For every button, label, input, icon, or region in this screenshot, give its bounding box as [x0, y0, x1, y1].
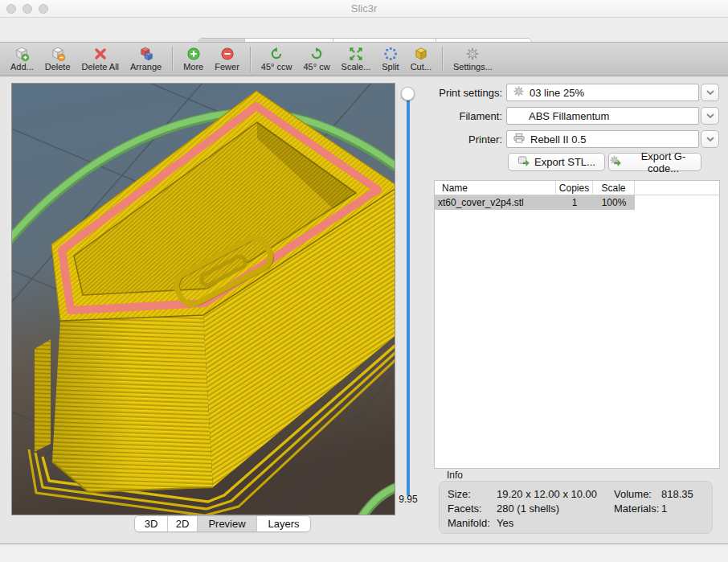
- volume-value: 818.35: [661, 488, 693, 500]
- settings-label: Settings...: [453, 62, 493, 72]
- add-button[interactable]: Add...: [5, 45, 39, 73]
- split-label: Split: [382, 62, 399, 72]
- split-button[interactable]: Split: [376, 45, 404, 73]
- view-mode-tabs: 3D 2D Preview Layers: [134, 515, 311, 532]
- printer-label: Printer:: [402, 133, 502, 146]
- objects-table[interactable]: Name Copies Scale xt60_cover_v2p4.stl 1 …: [434, 180, 720, 469]
- chevron-down-icon: [706, 137, 714, 142]
- statusbar: [0, 544, 728, 562]
- layer-slider-value: 9.95: [391, 494, 426, 505]
- rotate-ccw-button[interactable]: 45° ccw: [256, 45, 298, 73]
- view-tab-preview[interactable]: Preview: [197, 516, 256, 531]
- print-settings-label: Print settings:: [402, 87, 502, 99]
- settings-button[interactable]: Settings...: [448, 45, 498, 73]
- objects-table-header: Name Copies Scale: [435, 181, 719, 195]
- plater-3d-viewport[interactable]: [11, 83, 395, 515]
- printer-icon: [513, 132, 526, 146]
- more-label: More: [183, 62, 203, 72]
- cut-box-icon: [414, 47, 428, 61]
- printer-dropdown-button[interactable]: [701, 130, 719, 148]
- print-settings-value: 03 line 25%: [530, 87, 584, 99]
- delete-box-icon: [51, 47, 65, 61]
- main-tabstrip: Plater Print Settings Filament Settings …: [0, 18, 728, 42]
- facets-label: Facets:: [448, 503, 482, 515]
- view-tab-layers[interactable]: Layers: [256, 516, 310, 531]
- gcode-preview-render: [12, 84, 395, 515]
- fewer-minus-icon: [220, 47, 235, 61]
- volume-label: Volume:: [614, 488, 652, 500]
- delete-all-button[interactable]: Delete All: [76, 45, 125, 73]
- rotate-ccw-label: 45° ccw: [261, 62, 292, 72]
- rotate-ccw-icon: [269, 47, 284, 61]
- more-plus-icon: [186, 47, 201, 61]
- toolbar-separator: [442, 47, 443, 72]
- export-gear-icon: [609, 155, 622, 170]
- arrange-button[interactable]: Arrange: [125, 45, 167, 73]
- column-header-filler: [635, 181, 719, 195]
- print-settings-combo[interactable]: 03 line 25%: [506, 84, 699, 101]
- delete-label: Delete: [45, 62, 71, 72]
- printer-combo[interactable]: Rebell II 0.5: [506, 130, 699, 148]
- scale-button[interactable]: Scale...: [336, 45, 377, 73]
- plater-toolbar: Add... Delete Delete All Arrange More: [0, 42, 728, 76]
- fewer-label: Fewer: [215, 62, 239, 72]
- filament-dropdown-button[interactable]: [701, 107, 719, 125]
- delete-all-label: Delete All: [82, 62, 119, 72]
- size-label: Size:: [448, 488, 471, 500]
- delete-button[interactable]: Delete: [39, 45, 76, 73]
- toolbar-separator: [250, 47, 251, 72]
- column-header-scale[interactable]: Scale: [593, 181, 635, 195]
- split-dots-icon: [383, 47, 398, 61]
- column-header-copies[interactable]: Copies: [556, 181, 593, 195]
- delete-all-x-icon: [93, 47, 108, 61]
- chevron-down-icon: [706, 90, 714, 96]
- chevron-down-icon: [706, 113, 714, 119]
- scale-arrows-icon: [349, 47, 363, 61]
- rotate-cw-button[interactable]: 45° cw: [297, 45, 335, 73]
- info-group-title: Info: [447, 470, 463, 481]
- arrange-label: Arrange: [130, 62, 162, 72]
- arrange-cubes-icon: [139, 47, 153, 61]
- view-tab-2d[interactable]: 2D: [167, 516, 197, 531]
- titlebar: Slic3r: [0, 0, 728, 18]
- settings-gear-icon: [465, 47, 480, 61]
- gear-icon: [513, 85, 525, 100]
- model-left-step: [35, 339, 51, 452]
- add-box-icon: [14, 47, 29, 61]
- column-header-name[interactable]: Name: [435, 181, 556, 195]
- toolbar-separator: [172, 47, 173, 72]
- rotate-cw-icon: [309, 47, 324, 61]
- size-value: 19.20 x 12.00 x 10.00: [497, 488, 597, 500]
- print-settings-dropdown-button[interactable]: [701, 84, 719, 101]
- export-gcode-button[interactable]: Export G-code...: [608, 153, 701, 171]
- manifold-label: Manifold:: [448, 517, 490, 529]
- table-row[interactable]: xt60_cover_v2p4.stl 1 100%: [435, 195, 635, 210]
- filament-value: ABS Fillamentum: [529, 110, 609, 122]
- cut-button[interactable]: Cut...: [405, 45, 437, 73]
- export-box-icon: [517, 155, 530, 170]
- facets-value: 280 (1 shells): [497, 503, 559, 515]
- printer-value: Rebell II 0.5: [530, 133, 586, 146]
- materials-value: 1: [661, 503, 667, 515]
- info-box: Size: 19.20 x 12.00 x 10.00 Volume: 818.…: [439, 481, 713, 534]
- filament-label: Filament:: [402, 110, 502, 122]
- manifold-value: Yes: [497, 517, 513, 529]
- object-copies-cell: 1: [556, 197, 593, 208]
- materials-label: Materials:: [614, 503, 659, 515]
- rotate-cw-label: 45° cw: [303, 62, 329, 72]
- export-gcode-label: Export G-code...: [626, 150, 701, 174]
- filament-combo[interactable]: ABS Fillamentum: [506, 107, 699, 125]
- window-title: Slic3r: [0, 2, 728, 14]
- scale-label: Scale...: [342, 62, 371, 72]
- add-label: Add...: [10, 62, 34, 72]
- slic3r-window: Slic3r Plater Print Settings Filament Se…: [0, 0, 728, 562]
- view-tab-3d[interactable]: 3D: [135, 516, 167, 531]
- export-stl-button[interactable]: Export STL...: [508, 153, 605, 171]
- cut-label: Cut...: [411, 62, 431, 72]
- layer-slider-track[interactable]: [407, 94, 410, 496]
- export-stl-label: Export STL...: [534, 156, 595, 168]
- fewer-button[interactable]: Fewer: [209, 45, 245, 73]
- object-name-cell: xt60_cover_v2p4.stl: [435, 197, 556, 208]
- more-button[interactable]: More: [178, 45, 209, 73]
- object-scale-cell: 100%: [593, 197, 635, 208]
